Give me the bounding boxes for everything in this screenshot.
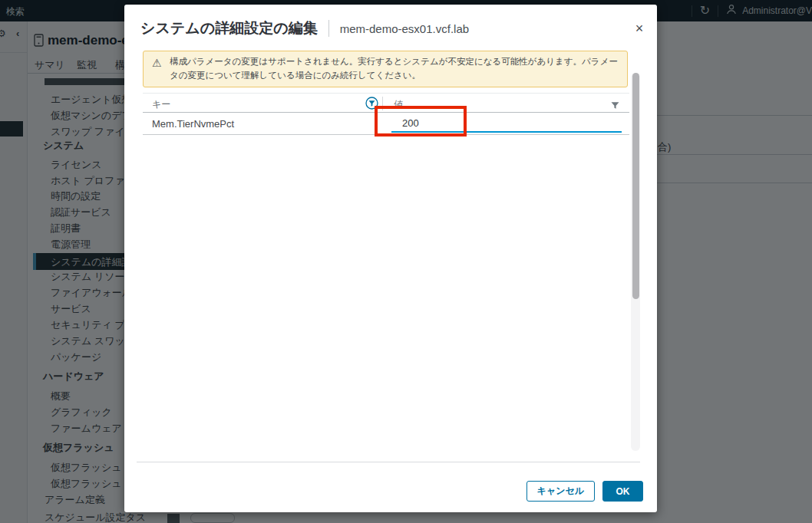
warning-banner: ⚠ 構成パラメータの変更はサポートされません。実行するとシステムが不安定になる可… [143, 51, 628, 87]
dialog-footer: キャンセル OK [526, 481, 643, 502]
warning-text: 構成パラメータの変更はサポートされません。実行するとシステムが不安定になる可能性… [170, 55, 618, 83]
filter-icon[interactable] [611, 99, 619, 113]
column-header-key[interactable]: キー [152, 98, 170, 111]
ok-button[interactable]: OK [602, 481, 643, 502]
dialog-host-name: mem-demo-esx01.vcf.lab [340, 22, 469, 35]
title-divider [328, 20, 329, 37]
dialog-title: システムの詳細設定の編集 [140, 18, 318, 38]
warning-icon: ⚠ [152, 57, 162, 69]
dialog-header: システムの詳細設定の編集 mem-demo-esx01.vcf.lab [140, 18, 469, 38]
annotation-red-box [375, 106, 467, 137]
edit-advanced-settings-dialog: システムの詳細設定の編集 mem-demo-esx01.vcf.lab × ⚠ … [124, 5, 657, 512]
screen: 検索 ↻ Administrator@V ⚙ ‹ mem-demo-esx01.… [0, 0, 812, 523]
dialog-scrollbar-track[interactable] [631, 73, 640, 451]
dialog-scrollbar-thumb[interactable] [632, 73, 639, 299]
cancel-button[interactable]: キャンセル [526, 481, 595, 502]
content-divider [137, 462, 640, 462]
close-icon[interactable]: × [629, 18, 649, 38]
setting-key-cell: Mem.TierNvmePct [152, 118, 234, 130]
